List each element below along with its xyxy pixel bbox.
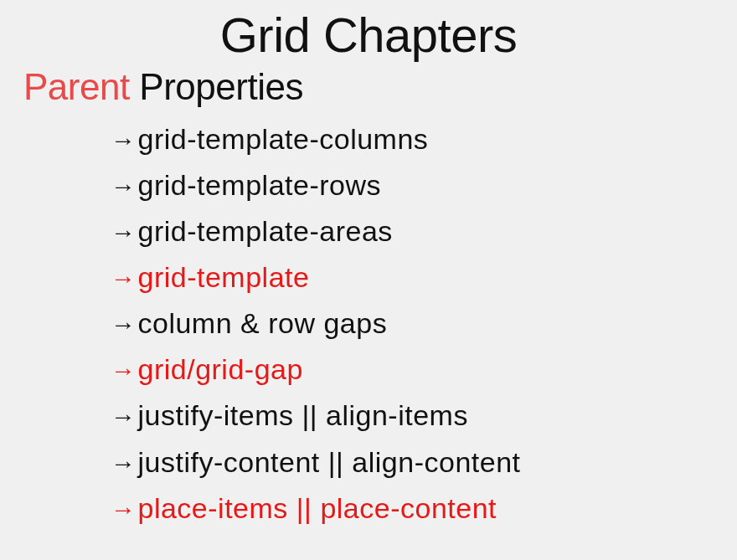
arrow-icon: → (111, 305, 137, 346)
list-item: →grid-template-columns (111, 116, 737, 162)
item-text: justify-items || align-items (138, 393, 468, 439)
subtitle-highlight: Parent (23, 66, 130, 107)
item-text: grid/grid-gap (138, 347, 303, 393)
list-item: →place-items || place-content (111, 486, 737, 532)
arrow-icon: → (111, 490, 137, 531)
item-text: grid-template-columns (138, 116, 429, 162)
page-title: Grid Chapters (0, 0, 737, 63)
properties-list: →grid-template-columns →grid-template-ro… (0, 108, 737, 532)
item-text: grid-template (138, 254, 310, 301)
item-text: place-items || place-content (138, 486, 497, 532)
arrow-icon: → (111, 259, 137, 300)
list-item: →justify-items || align-items (111, 393, 737, 439)
arrow-icon: → (111, 213, 137, 254)
item-text: justify-content || align-content (138, 439, 521, 486)
section-subtitle: Parent Properties (0, 63, 737, 108)
arrow-icon: → (111, 167, 137, 208)
list-item: →column & row gaps (111, 301, 737, 347)
subtitle-rest: Properties (130, 66, 303, 107)
arrow-icon: → (111, 351, 137, 392)
item-text: column & row gaps (138, 301, 388, 347)
list-item: →grid-template-areas (111, 208, 737, 254)
list-item: →grid-template-rows (111, 162, 737, 208)
list-item: →grid/grid-gap (111, 347, 737, 393)
arrow-icon: → (111, 121, 137, 162)
arrow-icon: → (111, 444, 137, 485)
list-item: →grid-template (111, 254, 737, 301)
item-text: grid-template-rows (138, 162, 382, 208)
arrow-icon: → (111, 397, 137, 438)
item-text: grid-template-areas (138, 208, 393, 254)
list-item: →justify-content || align-content (111, 439, 737, 486)
